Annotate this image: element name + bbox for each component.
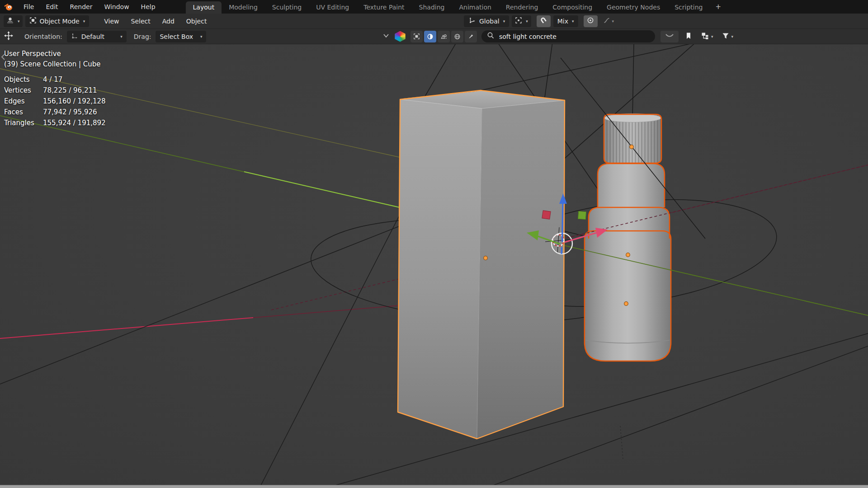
pivot-point-icon — [515, 17, 522, 25]
context-path: (39) Scene Collection | Cube — [4, 60, 106, 68]
menu-file[interactable]: File — [18, 0, 40, 14]
asset-type-group — [410, 31, 477, 42]
asset-type-brush-button[interactable] — [465, 31, 477, 42]
mode-select-label: Object Mode — [40, 18, 80, 25]
tab-modeling[interactable]: Modeling — [222, 1, 265, 14]
workspace-tabs: Layout Modeling Sculpting UV Editing Tex… — [186, 0, 727, 14]
editor-type-button[interactable]: ▾ — [4, 15, 23, 27]
asset-search[interactable] — [481, 30, 655, 42]
tab-compositing[interactable]: Compositing — [545, 1, 599, 14]
viewport-overlay: User Perspective (39) Scene Collection |… — [4, 50, 106, 127]
viewport-header: ▾ Object Mode ▾ View Select Add Object — [0, 14, 868, 29]
stat-value: 155,924 / 191,892 — [43, 119, 106, 127]
stat-label: Faces — [4, 108, 43, 116]
stat-label: Vertices — [4, 86, 43, 94]
tab-layout[interactable]: Layout — [186, 1, 222, 14]
orientation-value: Default — [81, 33, 104, 40]
object-mode-icon — [29, 17, 37, 25]
tab-animation[interactable]: Animation — [452, 1, 498, 14]
proportional-editing-toggle[interactable] — [584, 15, 598, 27]
view-name: User Perspective — [4, 50, 106, 58]
cube-object[interactable] — [398, 90, 565, 439]
tab-scripting[interactable]: Scripting — [667, 1, 710, 14]
move-tool-icon[interactable] — [4, 31, 14, 42]
tool-settings-bar: Orientation: Default ▾ Drag: Select Box … — [0, 29, 868, 44]
bookmarks-button[interactable] — [681, 31, 695, 42]
menu-view[interactable]: View — [98, 18, 125, 25]
search-icon — [487, 32, 495, 41]
chevron-down-icon: ▾ — [526, 19, 528, 23]
menu-help[interactable]: Help — [135, 0, 161, 14]
curve-icon — [665, 32, 675, 41]
filter-funnel-icon — [722, 32, 730, 41]
chevron-down-icon: ▾ — [83, 19, 85, 23]
collapse-chevron-icon[interactable] — [382, 32, 390, 41]
bottle-low-origin-dot — [624, 302, 628, 306]
mode-select[interactable]: Object Mode ▾ — [25, 15, 90, 27]
gizmo-plane-handle-green[interactable] — [578, 211, 586, 219]
add-workspace-button[interactable]: + — [710, 1, 726, 14]
drag-label: Drag: — [134, 33, 151, 40]
menu-add[interactable]: Add — [156, 18, 180, 25]
transform-orientation-icon — [468, 16, 476, 26]
bottle-mid-origin-dot — [626, 253, 630, 257]
blenderkit-logo-icon[interactable] — [394, 31, 406, 42]
proportional-editing-icon — [587, 17, 594, 25]
stat-value: 156,160 / 192,128 — [43, 97, 106, 105]
stat-value: 4 / 17 — [43, 75, 106, 84]
bookmark-icon — [685, 32, 692, 41]
scene-statistics: Objects4 / 17 Vertices78,225 / 96,211 Ed… — [4, 75, 106, 127]
topbar: File Edit Render Window Help Layout Mode… — [0, 0, 868, 14]
transform-orientation-select[interactable]: Global ▾ — [464, 15, 509, 27]
drag-select[interactable]: Select Box ▾ — [156, 31, 206, 42]
categories-button[interactable]: ▾ — [698, 31, 716, 42]
stat-label: Objects — [4, 75, 43, 84]
chevron-down-icon: ▾ — [200, 34, 203, 39]
cube-origin-dot — [484, 256, 488, 260]
orientation-label: Orientation: — [24, 33, 62, 40]
tab-uv-editing[interactable]: UV Editing — [309, 1, 356, 14]
chevron-down-icon: ▾ — [18, 19, 20, 23]
topbar-menus: File Edit Render Window Help — [18, 0, 161, 14]
tab-geometry-nodes[interactable]: Geometry Nodes — [599, 1, 667, 14]
tab-shading[interactable]: Shading — [412, 1, 452, 14]
asset-type-hdr-button[interactable] — [451, 31, 463, 42]
menu-edit[interactable]: Edit — [40, 0, 64, 14]
stat-value: 78,225 / 96,211 — [43, 86, 106, 94]
menu-window[interactable]: Window — [98, 0, 135, 14]
menu-select[interactable]: Select — [125, 18, 156, 25]
asset-type-scene-button[interactable] — [438, 31, 450, 42]
drag-value: Select Box — [160, 33, 193, 40]
bottle-cap-origin-dot — [630, 145, 634, 149]
search-input[interactable] — [498, 33, 650, 41]
tab-texture-paint[interactable]: Texture Paint — [356, 1, 411, 14]
pivot-point-select[interactable]: ▾ — [512, 15, 531, 27]
viewport-3d[interactable]: User Perspective (39) Scene Collection |… — [0, 44, 868, 485]
asset-type-model-button[interactable] — [410, 31, 423, 42]
chevron-down-icon: ▾ — [711, 34, 713, 39]
orientation-select[interactable]: Default ▾ — [67, 31, 127, 42]
blender-logo-icon[interactable] — [0, 0, 18, 14]
tab-rendering[interactable]: Rendering — [499, 1, 546, 14]
ratings-curve-button[interactable] — [660, 31, 679, 42]
tab-sculpting[interactable]: Sculpting — [265, 1, 309, 14]
asset-type-material-button[interactable] — [424, 31, 436, 42]
menu-render[interactable]: Render — [64, 0, 99, 14]
orientation-axis-icon — [71, 32, 78, 41]
gizmo-plane-handle-red[interactable] — [542, 211, 551, 219]
categories-tree-icon — [701, 32, 709, 41]
filter-button[interactable]: ▾ — [719, 32, 736, 42]
viewport-menus: View Select Add Object — [98, 18, 212, 25]
proportional-falloff-select[interactable]: ▾ — [600, 16, 617, 26]
status-bar — [0, 485, 868, 488]
stat-label: Triangles — [4, 119, 43, 127]
transform-orientation-label: Global — [479, 18, 500, 25]
snap-toggle[interactable] — [537, 15, 551, 27]
editor-3d-viewport-icon — [6, 17, 14, 25]
snap-mode-select[interactable]: Mix ▾ — [553, 15, 578, 27]
chevron-down-icon: ▾ — [572, 19, 574, 23]
chevron-down-icon: ▾ — [120, 34, 123, 39]
snap-magnet-icon — [540, 17, 547, 26]
snap-mode-label: Mix — [557, 18, 568, 25]
menu-object[interactable]: Object — [180, 18, 213, 25]
